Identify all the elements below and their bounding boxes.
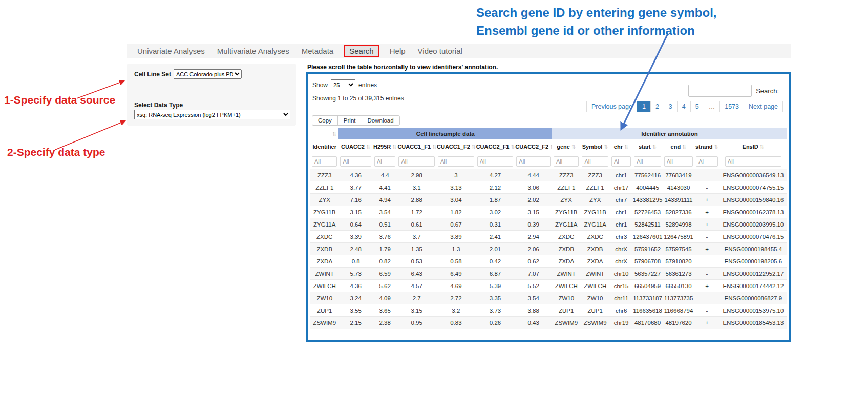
- table-cell: ZWINT: [580, 268, 609, 280]
- filter-input-cuacc2[interactable]: [340, 156, 371, 167]
- page-button-3[interactable]: 3: [664, 101, 678, 112]
- filter-input-strand[interactable]: [696, 156, 717, 167]
- column-header-start[interactable]: start⇅: [632, 139, 662, 154]
- page-button-4[interactable]: 4: [677, 101, 691, 112]
- table-cell: 3.65: [373, 304, 397, 317]
- next-page-button[interactable]: Next page: [744, 101, 783, 112]
- sort-icon[interactable]: ⇅: [571, 144, 576, 150]
- filter-input-cuacc2-f1[interactable]: [477, 156, 514, 167]
- filter-input-cuacc1-f2[interactable]: [438, 156, 474, 167]
- table-cell: 2.98: [397, 169, 436, 181]
- previous-page-button[interactable]: Previous page: [586, 101, 638, 112]
- sort-icon[interactable]: ⇅: [392, 144, 396, 150]
- sort-icon[interactable]: ⇅: [682, 144, 686, 150]
- print-button[interactable]: Print: [337, 115, 362, 126]
- filter-input-start[interactable]: [634, 156, 661, 167]
- filter-input-identifier[interactable]: [312, 156, 337, 167]
- nav-item-multivariate-analyses[interactable]: Multivariate Analyses: [217, 47, 289, 55]
- table-cell: ZXDA: [552, 255, 580, 268]
- sort-icon[interactable]: ⇅: [604, 144, 608, 150]
- table-search-input[interactable]: [688, 85, 752, 97]
- copy-button[interactable]: Copy: [312, 115, 338, 126]
- sort-icon[interactable]: ⇅: [511, 144, 515, 150]
- filter-row: [310, 154, 787, 169]
- cell-line-set-select[interactable]: ACC Colorado plus PDX: [174, 69, 242, 79]
- column-header-strand[interactable]: strand⇅: [694, 139, 719, 154]
- table-cell: ZSWIM9: [580, 317, 609, 329]
- table-cell: 77683419: [663, 169, 695, 181]
- column-header-end[interactable]: end⇅: [663, 139, 695, 154]
- table-cell: 5.73: [338, 268, 373, 280]
- table-cell: 126475891: [663, 231, 695, 243]
- filter-input-gene[interactable]: [554, 156, 579, 167]
- sort-icon[interactable]: ⇅: [714, 144, 718, 150]
- column-header-identifier[interactable]: Identifier: [310, 139, 338, 154]
- table-cell: 4.09: [373, 292, 397, 304]
- table-cell: 7.16: [338, 194, 373, 206]
- nav-item-help[interactable]: Help: [390, 47, 406, 55]
- column-header-cuacc1-f2[interactable]: CUACC1_F2⇅: [436, 139, 476, 154]
- table-cell: 66504959: [632, 280, 662, 292]
- table-cell: ENSG00000159840.16: [719, 194, 787, 206]
- column-header-cuacc2-f1[interactable]: CUACC2_F1⇅: [476, 139, 515, 154]
- sort-icon[interactable]: ⇅: [624, 144, 628, 150]
- table-cell: 57597545: [663, 243, 695, 255]
- table-cell: ENSG00000074755.15: [719, 181, 787, 194]
- table-cell: ZUP1: [552, 304, 580, 317]
- table-cell: ZUP1: [580, 304, 609, 317]
- column-header-ensid[interactable]: EnsID⇅: [719, 139, 787, 154]
- table-cell: 5.52: [515, 280, 552, 292]
- column-header-cuacc1-f1[interactable]: CUACC1_F1⇅: [397, 139, 436, 154]
- table-cell: 3.54: [515, 292, 552, 304]
- table-cell: 6.49: [436, 268, 476, 280]
- column-header-cuacc2[interactable]: CUACC2⇅: [338, 139, 373, 154]
- sort-icon[interactable]: ⇅: [472, 144, 476, 150]
- page-button-2[interactable]: 2: [650, 101, 664, 112]
- identifier-sort-icon[interactable]: ⇅: [332, 131, 336, 137]
- cell-line-set-label: Cell Line Set: [134, 71, 171, 78]
- filter-input-chr[interactable]: [611, 156, 631, 167]
- sort-icon[interactable]: ⇅: [652, 144, 657, 150]
- table-cell: 0.62: [515, 255, 552, 268]
- filter-input-h295r[interactable]: [374, 156, 395, 167]
- page-button-5[interactable]: 5: [690, 101, 704, 112]
- page-button-1[interactable]: 1: [637, 101, 651, 112]
- download-button[interactable]: Download: [362, 115, 400, 126]
- table-cell: ZZEF1: [552, 181, 580, 194]
- column-label: CUACC2_F2: [515, 144, 548, 150]
- sort-icon[interactable]: ⇅: [432, 144, 436, 150]
- table-cell: 3.7: [397, 231, 436, 243]
- table-cell: ZXDB: [552, 243, 580, 255]
- table-cell: 0.26: [476, 317, 515, 329]
- nav-item-univariate-analyses[interactable]: Univariate Analyses: [137, 47, 205, 55]
- nav-item-metadata[interactable]: Metadata: [302, 47, 334, 55]
- column-header-chr[interactable]: chr⇅: [610, 139, 632, 154]
- show-label: Show: [312, 82, 328, 89]
- column-header-cuacc2-f2[interactable]: CUACC2_F2⇅: [515, 139, 552, 154]
- filter-input-ensid[interactable]: [725, 156, 781, 167]
- sort-icon[interactable]: ⇅: [550, 144, 552, 150]
- entries-label: entries: [358, 82, 377, 89]
- filter-input-cuacc1-f1[interactable]: [398, 156, 435, 167]
- column-header-symbol[interactable]: Symbol⇅: [580, 139, 609, 154]
- page-button-1573[interactable]: 1573: [719, 101, 744, 112]
- column-header-gene[interactable]: gene⇅: [552, 139, 580, 154]
- sort-icon[interactable]: ⇅: [366, 144, 370, 150]
- sort-icon[interactable]: ⇅: [760, 144, 764, 150]
- data-type-select[interactable]: xsq: RNA-seq Expression (log2 FPKM+1): [134, 110, 290, 119]
- filter-input-end[interactable]: [664, 156, 693, 167]
- column-header-row: IdentifierCUACC2⇅H295R⇅CUACC1_F1⇅CUACC1_…: [310, 139, 787, 154]
- entries-select[interactable]: 25: [331, 79, 355, 90]
- table-cell: 3.73: [476, 304, 515, 317]
- filter-cell: [310, 154, 338, 169]
- filter-input-cuacc2-f2[interactable]: [516, 156, 551, 167]
- column-header-h295r[interactable]: H295R⇅: [373, 139, 397, 154]
- table-row: ZWILCH4.365.624.574.695.395.52ZWILCHZWIL…: [310, 280, 787, 292]
- table-cell: 0.61: [397, 218, 436, 231]
- table-cell: 0.42: [476, 255, 515, 268]
- nav-item-search[interactable]: Search: [344, 45, 379, 57]
- table-row: ZXDA0.80.820.530.580.420.62ZXDAZXDAchrX5…: [310, 255, 787, 268]
- nav-item-video-tutorial[interactable]: Video tutorial: [418, 47, 462, 55]
- filter-input-symbol[interactable]: [582, 156, 608, 167]
- annotation-step2: 2-Specify data type: [7, 146, 105, 158]
